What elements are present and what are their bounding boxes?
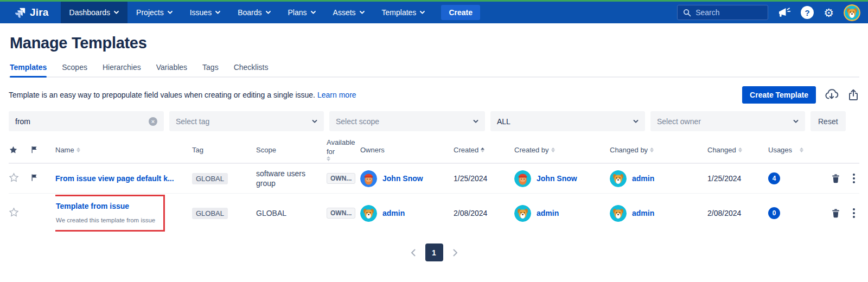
template-search-field[interactable]: × <box>9 111 164 131</box>
created-by-link[interactable]: John Snow <box>537 174 577 183</box>
nav-item-dashboards[interactable]: Dashboards <box>61 2 128 23</box>
nav-item-issues[interactable]: Issues <box>181 2 229 23</box>
more-actions-kebab-icon[interactable] <box>852 172 856 184</box>
search-icon <box>683 9 691 17</box>
jira-logo[interactable]: Jira <box>0 2 61 23</box>
announcements-megaphone-icon[interactable] <box>778 7 791 18</box>
cloud-download-icon[interactable] <box>825 88 839 101</box>
sort-icon <box>738 148 742 152</box>
template-search-input[interactable] <box>15 117 135 126</box>
created-by-avatar[interactable] <box>514 205 531 222</box>
learn-more-link[interactable]: Learn more <box>317 91 356 99</box>
flag-column-header[interactable] <box>30 145 55 154</box>
available-for-chip[interactable]: OWN... <box>327 173 355 184</box>
column-header-changed[interactable]: Changed <box>707 146 768 154</box>
chevron-down-icon <box>633 120 639 123</box>
select-scope-dropdown[interactable]: Select scope <box>329 111 485 131</box>
delete-template-button[interactable] <box>831 208 841 219</box>
global-search-input[interactable] <box>695 8 755 17</box>
more-actions-kebab-icon[interactable] <box>852 207 856 219</box>
jira-logo-icon <box>14 7 26 18</box>
top-navbar: Jira Dashboards Projects Issues Boards P… <box>0 2 868 23</box>
changed-date: 2/08/2024 <box>707 209 768 217</box>
clear-search-icon[interactable]: × <box>149 117 157 126</box>
tab-scopes[interactable]: Scopes <box>62 63 87 76</box>
current-page-button[interactable]: 1 <box>425 243 443 261</box>
available-for-dropdown[interactable]: ALL <box>490 111 645 131</box>
tab-tags[interactable]: Tags <box>202 63 219 76</box>
global-search[interactable] <box>677 5 768 20</box>
user-avatar[interactable] <box>844 4 860 21</box>
pagination: 1 <box>9 243 859 261</box>
scope-value: GLOBAL <box>256 208 286 218</box>
flag-toggle[interactable] <box>30 173 55 184</box>
sort-icon <box>800 148 803 152</box>
star-outline-icon <box>9 172 19 183</box>
column-header-tag[interactable]: Tag <box>192 146 256 154</box>
tab-checklists[interactable]: Checklists <box>234 63 269 76</box>
chevron-down-icon <box>312 120 317 123</box>
changed-date: 1/25/2024 <box>707 174 768 183</box>
nav-item-boards[interactable]: Boards <box>229 2 279 23</box>
create-button[interactable]: Create <box>441 5 480 20</box>
next-page-chevron-icon[interactable] <box>451 247 460 259</box>
create-template-button[interactable]: Create Template <box>742 86 816 104</box>
usages-badge[interactable]: 4 <box>768 172 780 184</box>
delete-template-button[interactable] <box>831 173 841 184</box>
tab-templates[interactable]: Templates <box>10 63 47 76</box>
tab-hierarchies[interactable]: Hierarchies <box>103 63 141 76</box>
export-share-icon[interactable] <box>847 88 859 101</box>
help-icon[interactable]: ? <box>801 6 814 19</box>
column-header-name[interactable]: Name <box>55 146 192 154</box>
scope-value: software users group <box>256 169 316 188</box>
sort-icon <box>551 148 555 152</box>
column-header-created[interactable]: Created <box>454 146 514 154</box>
created-by-avatar[interactable] <box>514 170 531 187</box>
select-tag-dropdown[interactable]: Select tag <box>169 111 324 131</box>
chevron-down-icon <box>793 120 799 123</box>
template-subtitle: We created this template from issue <box>56 217 156 223</box>
favorite-star-toggle[interactable] <box>9 207 30 219</box>
owner-link[interactable]: John Snow <box>382 174 423 183</box>
trash-icon <box>831 208 841 219</box>
tag-chip: GLOBAL <box>192 208 228 219</box>
column-header-owners[interactable]: Owners <box>360 146 454 154</box>
changed-by-link[interactable]: admin <box>632 174 654 183</box>
favorite-star-toggle[interactable] <box>9 172 30 184</box>
template-name-link[interactable]: Template from issue <box>56 202 129 210</box>
favorite-column-header[interactable] <box>9 145 30 155</box>
owner-link[interactable]: admin <box>382 209 405 217</box>
table-row: From issue view page default k... GLOBAL… <box>9 164 859 194</box>
sort-icon <box>327 156 330 161</box>
owner-avatar[interactable] <box>360 170 377 187</box>
created-by-link[interactable]: admin <box>537 209 559 217</box>
owner-avatar[interactable] <box>360 205 377 222</box>
changed-by-link[interactable]: admin <box>632 209 654 217</box>
select-owner-dropdown[interactable]: Select owner <box>650 111 805 131</box>
changed-by-avatar[interactable] <box>610 205 627 222</box>
sort-icon <box>76 148 80 152</box>
reset-filters-button[interactable]: Reset <box>810 111 846 131</box>
column-header-created-by[interactable]: Created by <box>514 146 610 154</box>
column-header-available-for[interactable]: Available for <box>327 138 360 161</box>
tag-chip: GLOBAL <box>192 173 228 184</box>
template-name-link[interactable]: From issue view page default k... <box>55 174 174 183</box>
changed-by-avatar[interactable] <box>610 170 627 187</box>
table-row: Template from issue We created this temp… <box>9 194 859 233</box>
available-for-chip[interactable]: OWN... <box>327 208 355 219</box>
column-header-changed-by[interactable]: Changed by <box>610 146 707 154</box>
nav-item-templates[interactable]: Templates <box>373 2 434 23</box>
nav-item-plans[interactable]: Plans <box>279 2 324 23</box>
sort-asc-active-icon <box>481 148 484 152</box>
usages-badge[interactable]: 0 <box>768 207 780 219</box>
flag-icon <box>30 173 39 182</box>
chevron-down-icon <box>311 11 316 14</box>
tab-variables[interactable]: Variables <box>156 63 187 76</box>
previous-page-chevron-icon[interactable] <box>409 247 418 259</box>
flag-icon <box>30 145 39 154</box>
column-header-usages[interactable]: Usages <box>768 146 810 154</box>
column-header-scope[interactable]: Scope <box>256 146 327 154</box>
nav-item-projects[interactable]: Projects <box>127 2 181 23</box>
gear-icon[interactable]: ⚙ <box>824 7 834 18</box>
nav-item-assets[interactable]: Assets <box>324 2 373 23</box>
